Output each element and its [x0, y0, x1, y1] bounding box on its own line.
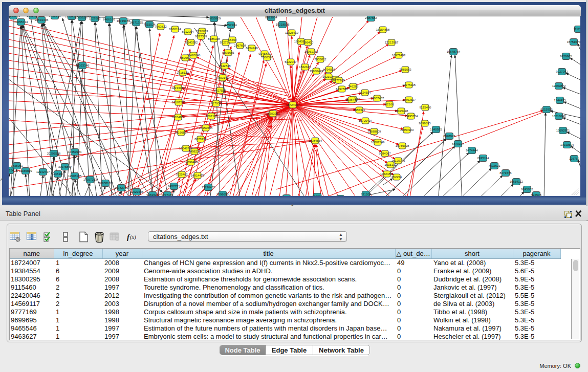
svg-text:16543392: 16543392: [184, 41, 198, 44]
svg-text:15692971: 15692971: [556, 129, 570, 132]
svg-text:3267110: 3267110: [206, 115, 218, 118]
svg-text:17359924: 17359924: [68, 150, 82, 154]
svg-text:19218506: 19218506: [276, 23, 290, 26]
svg-text:8466160: 8466160: [103, 18, 115, 21]
svg-text:1145194: 1145194: [52, 172, 64, 176]
svg-text:18724007: 18724007: [286, 103, 300, 106]
svg-text:16853809: 16853809: [207, 17, 221, 20]
svg-text:17957263: 17957263: [83, 178, 97, 181]
svg-text:9699695: 9699695: [216, 193, 229, 196]
svg-text:1640935: 1640935: [430, 128, 442, 131]
svg-text:1588520: 1588520: [261, 56, 273, 59]
svg-text:15300203: 15300203: [266, 112, 280, 115]
svg-text:746266: 746266: [348, 85, 359, 88]
svg-text:8878334: 8878334: [194, 138, 207, 141]
svg-text:16210643: 16210643: [552, 115, 566, 118]
svg-text:9457721: 9457721: [168, 185, 180, 188]
svg-text:12093872: 12093872: [552, 84, 566, 87]
svg-text:2967608: 2967608: [234, 44, 246, 47]
svg-text:1562615: 1562615: [299, 65, 311, 69]
svg-text:19900443: 19900443: [310, 70, 323, 73]
svg-text:12213967: 12213967: [385, 41, 399, 44]
svg-text:9463627: 9463627: [146, 193, 159, 196]
svg-text:9474444: 9474444: [466, 149, 478, 152]
svg-text:9699695: 9699695: [419, 122, 431, 125]
svg-text:18133049: 18133049: [9, 16, 20, 17]
svg-text:12505135: 12505135: [68, 174, 82, 178]
svg-text:7485063: 7485063: [399, 68, 411, 71]
svg-text:11325419: 11325419: [285, 31, 299, 34]
svg-text:186289: 186289: [312, 195, 323, 196]
svg-text:10025438: 10025438: [395, 110, 408, 113]
svg-text:3498222: 3498222: [188, 150, 201, 153]
svg-text:10648764: 10648764: [447, 50, 461, 53]
svg-text:8427552: 8427552: [214, 89, 226, 92]
svg-text:9227342: 9227342: [556, 70, 568, 73]
svg-text:11156829: 11156829: [19, 169, 32, 172]
svg-text:12213389: 12213389: [171, 86, 185, 90]
svg-text:15751074: 15751074: [567, 40, 580, 43]
svg-text:7515524: 7515524: [143, 23, 156, 26]
svg-text:186410: 186410: [303, 41, 314, 44]
svg-text:9329965: 9329965: [560, 55, 572, 58]
svg-text:2036443: 2036443: [345, 98, 358, 101]
svg-text:6879197: 6879197: [452, 142, 464, 145]
svg-text:19654923: 19654923: [400, 128, 414, 132]
svg-text:931208: 931208: [361, 193, 372, 196]
svg-text:15469: 15469: [228, 38, 237, 41]
svg-text:5875685: 5875685: [222, 51, 234, 54]
svg-text:126753: 126753: [569, 157, 580, 160]
svg-text:7986322: 7986322: [353, 108, 365, 112]
svg-text:252254: 252254: [391, 176, 402, 179]
svg-text:15716485: 15716485: [202, 186, 215, 189]
svg-text:7625402: 7625402: [176, 173, 188, 176]
svg-text:8660124: 8660124: [169, 28, 181, 31]
svg-text:8813054: 8813054: [265, 16, 277, 19]
svg-text:10973493: 10973493: [392, 54, 406, 57]
svg-text:19463627: 19463627: [402, 98, 416, 101]
svg-text:13975115: 13975115: [402, 83, 416, 86]
svg-text:17010504: 17010504: [560, 143, 574, 146]
svg-text:10719155: 10719155: [117, 19, 130, 23]
svg-text:2935114: 2935114: [477, 157, 490, 160]
svg-text:19384554: 19384554: [309, 139, 322, 142]
svg-text:9465546: 9465546: [49, 16, 61, 17]
svg-text:9777109: 9777109: [333, 79, 345, 82]
svg-text:924505: 924505: [531, 193, 542, 196]
svg-text:2718120: 2718120: [177, 71, 189, 74]
svg-text:9245052: 9245052: [521, 188, 533, 191]
svg-text:20691406: 20691406: [35, 18, 49, 21]
svg-text:19654955: 19654955: [171, 116, 185, 119]
svg-text:10958107: 10958107: [99, 182, 113, 185]
svg-text:39154: 39154: [9, 169, 14, 172]
svg-text:14055714: 14055714: [14, 20, 28, 24]
svg-text:7632621: 7632621: [488, 164, 500, 167]
svg-text:19756928: 19756928: [396, 144, 409, 147]
svg-text:8215955: 8215955: [540, 108, 553, 111]
svg-text:7857224: 7857224: [225, 24, 237, 27]
svg-text:14914479: 14914479: [191, 174, 205, 177]
svg-text:16120746: 16120746: [391, 159, 405, 162]
svg-text:20206536: 20206536: [47, 152, 61, 155]
svg-text:1835061: 1835061: [11, 164, 23, 167]
svg-text:16961758: 16961758: [304, 50, 318, 53]
svg-text:14353594: 14353594: [199, 126, 213, 129]
svg-text:16154808: 16154808: [376, 28, 390, 31]
svg-text:8912954: 8912954: [182, 30, 194, 33]
svg-text:8186328: 8186328: [208, 37, 220, 40]
svg-text:16107553: 16107553: [172, 101, 186, 104]
svg-text:9242848: 9242848: [219, 64, 231, 68]
svg-text:3624554: 3624554: [359, 91, 371, 94]
svg-text:1615132: 1615132: [384, 163, 397, 166]
svg-text:18807249: 18807249: [371, 141, 385, 144]
svg-text:7955812: 7955812: [314, 58, 326, 61]
svg-text:16671355: 16671355: [129, 21, 143, 24]
svg-text:(x): (x): [130, 234, 136, 240]
svg-text:14099489: 14099489: [184, 161, 198, 164]
svg-text:9115460: 9115460: [420, 106, 432, 109]
svg-text:6794028: 6794028: [323, 68, 335, 71]
svg-text:8454749: 8454749: [246, 47, 258, 50]
svg-text:917006: 917006: [211, 102, 222, 105]
svg-text:9084067: 9084067: [379, 152, 391, 155]
svg-text:2687682: 2687682: [365, 16, 377, 19]
